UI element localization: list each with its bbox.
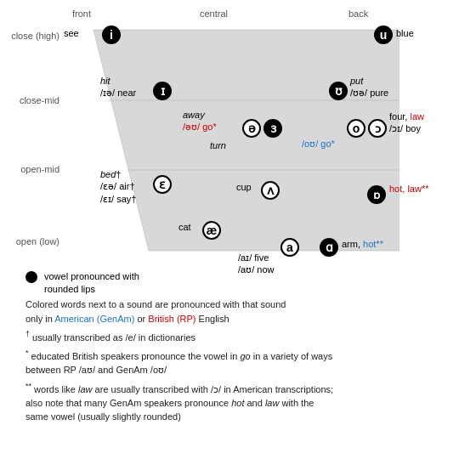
label-arm: arm, hot**	[342, 238, 383, 250]
label-blue: blue	[396, 27, 414, 39]
vowel-I: ɪ	[153, 82, 172, 100]
vowel-a: a	[280, 238, 299, 257]
label-away: away/əʊ/ go*	[183, 109, 217, 133]
vowel-symbol-A: ɑ	[320, 238, 338, 257]
row-label-openmid: open-mid	[0, 164, 60, 174]
vowel-ash: æ	[202, 221, 221, 240]
vowel-symbol-schwa: ə	[242, 119, 261, 138]
label-turn: turn	[210, 139, 226, 151]
label-hot: hot, law**	[389, 183, 428, 195]
vowel-3: ɜ	[264, 119, 282, 138]
row-label-close: close (high)	[0, 31, 60, 41]
vowel-A: ɑ	[320, 238, 338, 257]
vowel-symbol-a: a	[280, 238, 299, 257]
filled-circle-legend	[26, 271, 37, 283]
label-put: put/ʊə/ pure	[350, 75, 388, 99]
label-bed: bed†/ɛə/ air†/ɛɪ/ say†	[100, 168, 136, 205]
vowel-D: ɒ	[367, 185, 386, 204]
vowel-symbol-e: ɛ	[153, 175, 172, 194]
vowel-symbol-U: ʊ	[329, 82, 348, 100]
vowel-symbol-o: o	[347, 119, 366, 138]
vowel-symbol-ash: æ	[202, 221, 221, 240]
label-ai: /aɪ/ five/aʊ/ now	[238, 252, 274, 276]
label-cat: cat	[178, 221, 191, 233]
vowel-symbol-oi: ɔ	[368, 119, 387, 138]
vowel-oi: ɔ	[368, 119, 387, 138]
legend-text: vowel pronounced withrounded lips	[44, 270, 139, 297]
note-american: American (GenAm)	[54, 314, 134, 324]
svg-marker-0	[94, 30, 400, 251]
col-label-back: back	[348, 8, 368, 19]
vowel-symbol-D: ɒ	[367, 185, 386, 204]
vowel-symbol-I: ɪ	[153, 82, 172, 100]
vowel-symbol-i: i	[102, 26, 121, 44]
note-british: British (RP)	[148, 314, 196, 324]
col-label-central: central	[200, 8, 228, 19]
vowel-chart: front central back close (high) close-mi…	[0, 0, 476, 289]
vowel-schwa: ə	[242, 119, 261, 138]
row-label-open: open (low)	[0, 236, 60, 246]
vowel-e: ɛ	[153, 175, 172, 194]
label-cup: cup	[236, 181, 252, 193]
label-gou: /oʊ/ go*	[302, 138, 335, 150]
note-colored: Colored words next to a sound are pronou…	[26, 298, 468, 326]
label-see: see	[64, 27, 79, 39]
note3: ** words like law are usually transcribe…	[26, 381, 468, 424]
vowel-symbol-v: ʌ	[261, 181, 280, 200]
vowel-u: u	[374, 26, 393, 44]
note1: † usually transcribed as /e/ in dictiona…	[26, 329, 468, 344]
vowel-symbol-3: ɜ	[264, 119, 282, 138]
note2: * educated British speakers pronounce th…	[26, 348, 468, 377]
vowel-symbol-u: u	[374, 26, 393, 44]
vowel-v: ʌ	[261, 181, 280, 200]
vowel-o: o	[347, 119, 366, 138]
notes-area: Colored words next to a sound are pronou…	[26, 298, 468, 428]
label-four: four, law/ɔɪ/ boy	[389, 110, 424, 135]
row-label-closemid: close-mid	[0, 95, 60, 105]
vowel-U: ʊ	[329, 82, 348, 100]
col-label-front: front	[72, 8, 91, 19]
label-hit: hit/ɪə/ near	[100, 75, 136, 99]
vowel-i: i	[102, 26, 121, 44]
legend: vowel pronounced withrounded lips	[26, 270, 139, 297]
